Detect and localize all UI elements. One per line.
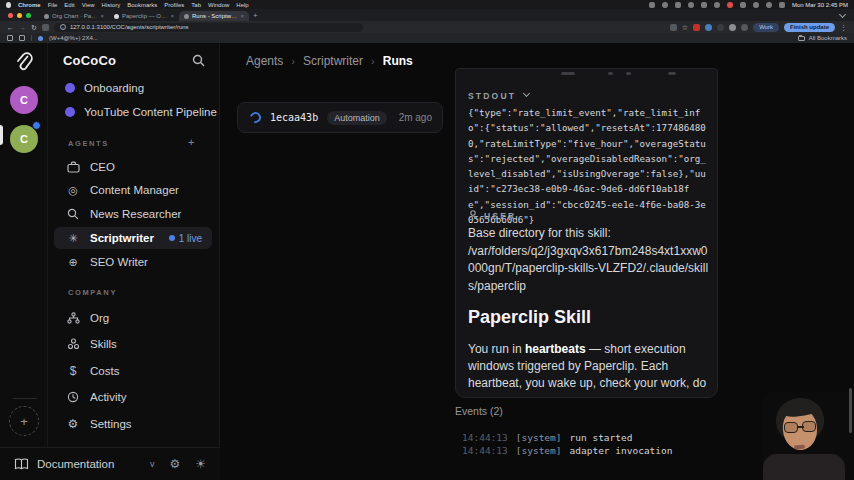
menu-history[interactable]: History bbox=[102, 2, 121, 8]
back-icon[interactable]: ← bbox=[7, 24, 14, 31]
spotlight-icon[interactable] bbox=[766, 2, 772, 8]
menu-profiles[interactable]: Profiles bbox=[164, 2, 184, 8]
docbar: Documentation v ⚙ ☀ bbox=[0, 447, 220, 480]
menu-edit[interactable]: Edit bbox=[64, 2, 74, 8]
base-directory-intro: Base directory for this skill: bbox=[468, 226, 611, 240]
menu-chrome[interactable]: Chrome bbox=[18, 2, 41, 8]
sidebar-item-scriptwriter[interactable]: ✳ Scriptwriter 1 live bbox=[54, 227, 212, 249]
spinner-icon bbox=[248, 110, 263, 125]
glasses-left-lens bbox=[784, 422, 798, 433]
zoom-window-button[interactable] bbox=[26, 13, 31, 18]
sidebar-item-activity[interactable]: Activity bbox=[48, 386, 220, 408]
gear-icon: ⚙ bbox=[65, 416, 81, 432]
apple-icon[interactable] bbox=[6, 2, 11, 8]
sidebar-item-youtube-pipeline[interactable]: YouTube Content Pipeline bbox=[48, 101, 220, 123]
add-workspace-button[interactable]: + bbox=[9, 406, 39, 436]
extension-icon-red[interactable] bbox=[693, 24, 700, 31]
tab-org-chart[interactable]: Org Chart · Paperclip × bbox=[39, 11, 109, 21]
bookmarks-bar: (W+4@%+) 2X4... All Bookmarks bbox=[0, 33, 854, 43]
breadcrumb-agents[interactable]: Agents bbox=[246, 54, 283, 68]
extension-icon-gray[interactable] bbox=[729, 24, 736, 31]
clipped-text-decor bbox=[561, 72, 575, 75]
live-dot-icon bbox=[169, 235, 175, 241]
menubar-clock[interactable]: Mon Mar 30 2:45 PM bbox=[792, 2, 848, 8]
calendar-status-icon[interactable] bbox=[701, 2, 707, 8]
close-window-button[interactable] bbox=[8, 13, 13, 18]
scrollbar-thumb[interactable] bbox=[849, 388, 852, 433]
browser-menu-icon[interactable]: ⋮ bbox=[840, 24, 847, 31]
workspace-avatar-purple[interactable]: C bbox=[10, 86, 38, 114]
close-tab-icon[interactable]: × bbox=[100, 13, 104, 19]
all-bookmarks-button[interactable]: All Bookmarks bbox=[798, 35, 847, 41]
bookmark-item[interactable]: (W+4@%+) 2X4... bbox=[49, 35, 98, 41]
minimize-window-button[interactable] bbox=[17, 13, 22, 18]
extension-icon-blue[interactable] bbox=[705, 24, 712, 31]
extensions-puzzle-icon[interactable] bbox=[741, 24, 748, 31]
add-agent-button[interactable]: + bbox=[188, 136, 194, 148]
tab-runs-scriptwriter[interactable]: Runs - Scriptwriter - Agents × bbox=[179, 11, 249, 21]
forward-icon[interactable]: → bbox=[19, 24, 26, 31]
new-tab-button[interactable]: + bbox=[253, 11, 258, 20]
finish-update-button[interactable]: Finish update bbox=[784, 23, 835, 32]
search-button[interactable] bbox=[192, 54, 205, 67]
profile-chip[interactable]: Work bbox=[753, 23, 779, 32]
close-tab-icon[interactable]: × bbox=[170, 13, 174, 19]
sidebar-item-org[interactable]: Org bbox=[48, 307, 220, 329]
reload-icon[interactable]: ↻ bbox=[31, 24, 37, 31]
sidebar-item-seo-writer[interactable]: ⊕ SEO Writer bbox=[48, 251, 220, 273]
grid-bookmark-icon[interactable] bbox=[19, 35, 25, 41]
menu-window[interactable]: Window bbox=[208, 2, 229, 8]
bookmark-star-icon[interactable]: ☆ bbox=[682, 24, 688, 31]
event-message: run started bbox=[570, 432, 633, 443]
version-chevron[interactable]: v bbox=[150, 459, 155, 469]
url-bar[interactable]: i 127.0.0.1:3100/COC/agents/scriptwriter… bbox=[54, 23, 363, 32]
stdout-section-header[interactable]: STDOUT bbox=[468, 91, 531, 101]
agents-section-header: AGENTS bbox=[68, 139, 109, 148]
sidebar-item-news-researcher[interactable]: News Researcher bbox=[48, 203, 220, 225]
display-status-icon[interactable] bbox=[649, 2, 655, 8]
record-status-icon[interactable] bbox=[727, 2, 733, 8]
bluetooth-icon[interactable] bbox=[688, 2, 694, 8]
settings-gear-icon[interactable]: ⚙ bbox=[169, 457, 180, 471]
all-bookmarks-label: All Bookmarks bbox=[809, 35, 847, 41]
close-tab-icon[interactable]: × bbox=[240, 13, 244, 19]
sidebar-item-costs[interactable]: $ Costs bbox=[48, 360, 220, 382]
documentation-link[interactable]: Documentation bbox=[37, 458, 114, 470]
sidebar-item-ceo[interactable]: CEO bbox=[48, 156, 220, 178]
clipped-text-decor bbox=[608, 72, 613, 75]
menu-bookmarks[interactable]: Bookmarks bbox=[127, 2, 157, 8]
side-panel-icon[interactable] bbox=[42, 24, 49, 31]
run-list-item[interactable]: 1ecaa43b Automation 2m ago bbox=[237, 102, 443, 133]
extension-icon-dark[interactable] bbox=[717, 24, 724, 31]
tab-search-button[interactable] bbox=[839, 12, 846, 19]
site-info-icon[interactable]: i bbox=[60, 24, 66, 30]
events-header: Events (2) bbox=[455, 405, 503, 417]
keyboard-status-icon[interactable] bbox=[675, 2, 681, 8]
breadcrumb-separator: › bbox=[291, 55, 295, 67]
menu-file[interactable]: File bbox=[48, 2, 58, 8]
sidebar-item-label: Org bbox=[90, 312, 109, 324]
tab-paperclip[interactable]: Paperclip — Open-source m... × bbox=[109, 11, 179, 21]
wifi-icon[interactable] bbox=[753, 2, 759, 8]
screen: Chrome File Edit View History Bookmarks … bbox=[0, 0, 854, 480]
menu-help[interactable]: Help bbox=[236, 2, 248, 8]
book-icon bbox=[14, 458, 29, 470]
sidebar-item-content-manager[interactable]: ◎ Content Manager bbox=[48, 179, 220, 201]
sidebar-item-skills[interactable]: Skills bbox=[48, 333, 220, 355]
glasses-bridge bbox=[798, 426, 804, 428]
theme-toggle-icon[interactable]: ☀ bbox=[195, 457, 206, 471]
breadcrumb-separator: › bbox=[371, 55, 375, 67]
sidebar-item-onboarding[interactable]: Onboarding bbox=[48, 77, 220, 99]
sidebar-item-settings[interactable]: ⚙ Settings bbox=[48, 413, 220, 435]
downloads-icon[interactable] bbox=[670, 24, 677, 31]
menu-view[interactable]: View bbox=[82, 2, 95, 8]
user-message-text: Base directory for this skill: /var/fold… bbox=[468, 225, 710, 295]
menu-tab[interactable]: Tab bbox=[191, 2, 201, 8]
sidebar-item-label: Activity bbox=[90, 391, 126, 403]
breadcrumb-scriptwriter[interactable]: Scriptwriter bbox=[303, 54, 363, 68]
apps-icon[interactable] bbox=[7, 35, 13, 41]
control-center-icon[interactable] bbox=[779, 2, 785, 8]
battery-icon[interactable] bbox=[740, 2, 746, 8]
cloud-status-icon[interactable] bbox=[714, 2, 720, 8]
stage-manager-icon[interactable] bbox=[662, 2, 668, 8]
